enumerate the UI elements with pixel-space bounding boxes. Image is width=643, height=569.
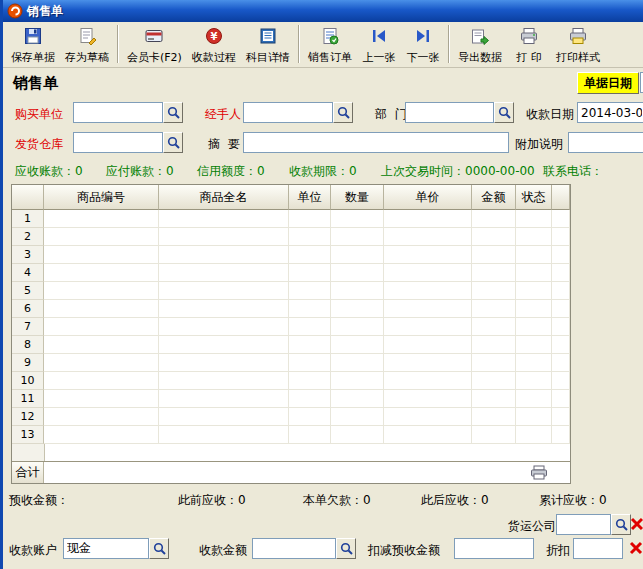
column-header-qty[interactable]: 数量 [331, 185, 384, 210]
table-cell[interactable] [384, 228, 472, 246]
table-cell[interactable] [44, 264, 159, 282]
table-cell[interactable] [44, 408, 159, 426]
table-cell[interactable] [331, 318, 384, 336]
table-cell[interactable] [384, 264, 472, 282]
table-cell[interactable] [472, 282, 516, 300]
table-row[interactable]: 13 [12, 426, 570, 444]
column-header-amount[interactable]: 金额 [472, 185, 516, 210]
table-cell[interactable] [44, 354, 159, 372]
table-cell[interactable] [44, 246, 159, 264]
column-header-unit[interactable]: 单位 [289, 185, 331, 210]
table-cell[interactable] [384, 408, 472, 426]
freight-company-input[interactable] [556, 514, 611, 535]
table-cell[interactable] [472, 408, 516, 426]
table-cell[interactable] [44, 426, 159, 444]
subject-detail-button[interactable]: 科目详情 [241, 23, 295, 66]
table-cell[interactable] [384, 282, 472, 300]
column-header-status[interactable]: 状态 [516, 185, 552, 210]
table-cell[interactable] [289, 246, 331, 264]
table-row[interactable]: 11 [12, 390, 570, 408]
table-cell[interactable] [516, 372, 552, 390]
table-cell[interactable] [44, 228, 159, 246]
table-cell[interactable] [552, 246, 570, 264]
table-cell[interactable] [331, 264, 384, 282]
table-cell[interactable] [472, 354, 516, 372]
table-cell[interactable] [384, 390, 472, 408]
table-cell[interactable] [159, 282, 289, 300]
buyer-input[interactable] [73, 102, 163, 123]
table-row[interactable]: 3 [12, 246, 570, 264]
table-cell[interactable] [516, 354, 552, 372]
table-cell[interactable] [331, 354, 384, 372]
table-cell[interactable] [331, 426, 384, 444]
table-cell[interactable] [384, 246, 472, 264]
table-cell[interactable] [552, 300, 570, 318]
table-cell[interactable] [472, 246, 516, 264]
summary-input[interactable] [243, 132, 509, 153]
table-cell[interactable] [472, 264, 516, 282]
table-row[interactable]: 5 [12, 282, 570, 300]
warehouse-input[interactable] [73, 132, 163, 153]
table-cell[interactable] [552, 228, 570, 246]
payment-amount-input[interactable] [252, 538, 336, 559]
column-header-name[interactable]: 商品全名 [159, 185, 289, 210]
table-cell[interactable] [289, 300, 331, 318]
table-cell[interactable] [44, 210, 159, 228]
table-cell[interactable] [159, 426, 289, 444]
table-cell[interactable] [552, 390, 570, 408]
receipt-date-input[interactable] [577, 102, 643, 123]
department-input[interactable] [405, 102, 494, 123]
table-cell[interactable] [552, 408, 570, 426]
table-cell[interactable] [552, 372, 570, 390]
table-cell[interactable] [552, 318, 570, 336]
warehouse-lookup-button[interactable] [163, 132, 183, 153]
table-row[interactable]: 2 [12, 228, 570, 246]
discount-clear-button[interactable] [628, 540, 643, 556]
discount-input[interactable] [573, 538, 623, 559]
column-header-price[interactable]: 单价 [384, 185, 472, 210]
table-cell[interactable] [516, 210, 552, 228]
table-cell[interactable] [331, 228, 384, 246]
table-cell[interactable] [289, 372, 331, 390]
save-draft-button[interactable]: 存为草稿 [60, 23, 114, 66]
table-cell[interactable] [159, 372, 289, 390]
table-cell[interactable] [472, 372, 516, 390]
table-cell[interactable] [552, 426, 570, 444]
export-data-button[interactable]: 导出数据 [453, 23, 507, 66]
table-cell[interactable] [552, 336, 570, 354]
table-cell[interactable] [384, 354, 472, 372]
table-cell[interactable] [159, 390, 289, 408]
table-cell[interactable] [44, 336, 159, 354]
table-cell[interactable] [289, 408, 331, 426]
previous-bill-button[interactable]: 上一张 [357, 23, 401, 66]
table-cell[interactable] [44, 390, 159, 408]
table-cell[interactable] [159, 300, 289, 318]
table-cell[interactable] [516, 426, 552, 444]
table-cell[interactable] [516, 318, 552, 336]
table-cell[interactable] [331, 300, 384, 318]
print-style-button[interactable]: 打印样式 [551, 23, 605, 66]
table-cell[interactable] [44, 318, 159, 336]
table-cell[interactable] [552, 210, 570, 228]
handler-input[interactable] [243, 102, 333, 123]
table-cell[interactable] [159, 210, 289, 228]
table-cell[interactable] [331, 246, 384, 264]
freight-lookup-button[interactable] [611, 514, 631, 535]
table-cell[interactable] [159, 264, 289, 282]
table-cell[interactable] [289, 264, 331, 282]
table-cell[interactable] [472, 228, 516, 246]
table-cell[interactable] [516, 282, 552, 300]
table-cell[interactable] [472, 426, 516, 444]
table-cell[interactable] [516, 228, 552, 246]
save-bill-button[interactable]: 保存单据 [6, 23, 60, 66]
table-cell[interactable] [516, 336, 552, 354]
table-cell[interactable] [159, 318, 289, 336]
amount-lookup-button[interactable] [336, 538, 356, 559]
table-cell[interactable] [331, 210, 384, 228]
table-cell[interactable] [44, 300, 159, 318]
table-cell[interactable] [331, 390, 384, 408]
table-cell[interactable] [159, 246, 289, 264]
table-row[interactable]: 4 [12, 264, 570, 282]
table-cell[interactable] [289, 336, 331, 354]
table-row[interactable]: 6 [12, 300, 570, 318]
